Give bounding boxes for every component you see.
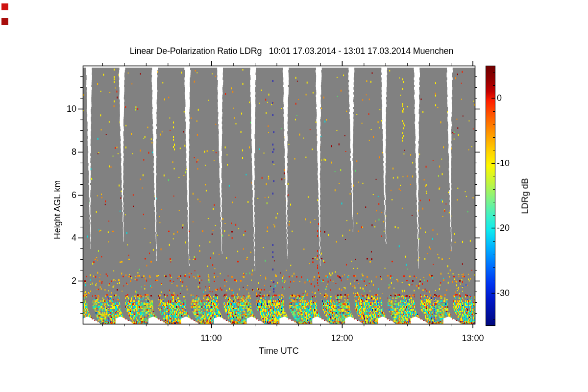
x-tick-label: 13:00: [458, 334, 488, 343]
colorbar-tick-label: -10: [497, 159, 518, 168]
x-tick-label: 11:00: [196, 334, 226, 343]
y-tick-label: 6: [57, 191, 76, 199]
colorbar-tick-label: -20: [497, 223, 518, 232]
y-axis-title: Height AGL km: [52, 180, 63, 239]
y-tick-label: 4: [57, 233, 76, 242]
y-tick-label: 2: [57, 276, 76, 285]
colorbar-title: LDRg dB: [520, 178, 531, 214]
colorbar-tick-label: -30: [497, 289, 518, 297]
x-tick-label: 12:00: [327, 334, 357, 343]
y-tick-label: 10: [57, 104, 76, 113]
page: { "markers": { "squares": [ { "name": "r…: [0, 0, 588, 392]
colorbar-tick-label: 0: [497, 94, 518, 102]
chart-title: Linear De-Polarization Ratio LDRg 10:01 …: [0, 46, 583, 56]
x-axis-title: Time UTC: [83, 346, 475, 356]
ldr-heatmap-canvas: [0, 0, 588, 392]
y-tick-label: 8: [57, 147, 76, 156]
